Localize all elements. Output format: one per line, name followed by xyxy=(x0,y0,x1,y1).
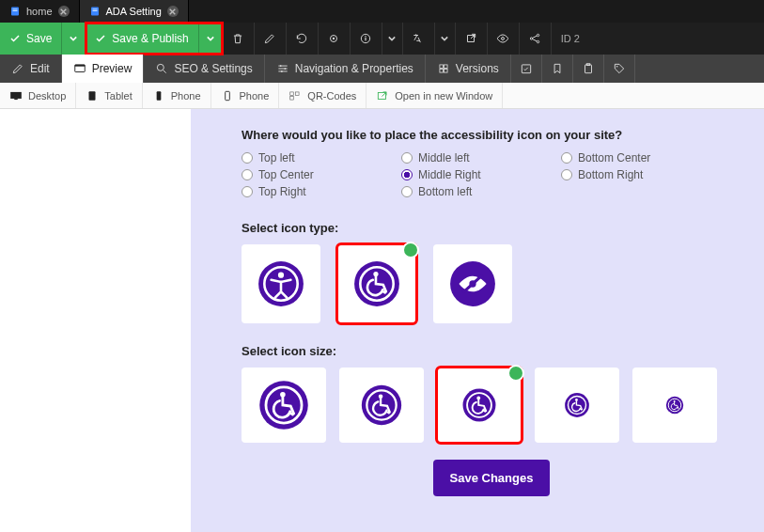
close-icon[interactable] xyxy=(167,6,179,17)
opt-top-left[interactable]: Top left xyxy=(242,151,401,164)
pencil-icon xyxy=(263,32,276,45)
radio-icon xyxy=(242,186,253,197)
save-publish-button[interactable]: Save & Publish xyxy=(86,23,198,55)
size-l[interactable] xyxy=(339,368,424,443)
versions-icon xyxy=(437,62,450,75)
tab-label: ADA Setting xyxy=(106,6,162,17)
sectab-notes[interactable] xyxy=(573,55,604,83)
reload-button[interactable] xyxy=(287,23,319,55)
svg-point-14 xyxy=(538,40,539,42)
translate-dropdown[interactable] xyxy=(435,23,456,55)
dev-label: QR-Codes xyxy=(307,90,356,102)
svg-rect-9 xyxy=(366,38,366,41)
sectab-nav[interactable]: Navigation & Properties xyxy=(265,55,426,83)
opt-middle-right[interactable]: Middle Right xyxy=(401,168,561,181)
opt-top-right[interactable]: Top Right xyxy=(242,185,401,198)
sectab-edit[interactable]: Edit xyxy=(0,55,62,83)
dev-label: Desktop xyxy=(28,90,66,102)
open-external-button[interactable] xyxy=(456,23,488,55)
secondary-tabs: Edit Preview SEO & Settings Navigation &… xyxy=(0,55,764,83)
icon-type-human[interactable] xyxy=(242,244,320,323)
main-toolbar: Save Save & Publish ID 2 xyxy=(0,23,764,55)
wheelchair-icon xyxy=(360,383,403,427)
info-dropdown[interactable] xyxy=(382,23,403,55)
info-button[interactable] xyxy=(351,23,382,55)
ada-settings-panel: Where would you like to place the access… xyxy=(191,109,764,532)
svg-rect-35 xyxy=(296,91,300,95)
icon-type-label: Select icon type: xyxy=(242,221,741,235)
opt-bottom-center[interactable]: Bottom Center xyxy=(561,151,721,164)
delete-button[interactable] xyxy=(223,23,255,55)
phone-icon xyxy=(221,90,234,102)
svg-point-17 xyxy=(158,64,164,70)
size-m[interactable] xyxy=(437,368,522,443)
pencil-icon xyxy=(11,62,24,75)
document-tabs-bar: home ADA Setting xyxy=(0,0,764,23)
dev-open-new[interactable]: Open in new Window xyxy=(366,83,503,108)
share-button[interactable] xyxy=(520,23,552,55)
sectab-label: Edit xyxy=(30,62,50,75)
save-button[interactable]: Save xyxy=(0,23,62,55)
save-dropdown[interactable] xyxy=(62,23,86,55)
translate-button[interactable] xyxy=(403,23,435,55)
dev-label: Tablet xyxy=(104,90,132,102)
dev-label: Phone xyxy=(171,90,201,102)
opt-middle-left[interactable]: Middle left xyxy=(401,151,561,164)
eye-slash-icon xyxy=(448,259,497,308)
visibility-button[interactable] xyxy=(488,23,520,55)
opt-label: Top left xyxy=(258,151,295,164)
size-xs[interactable] xyxy=(632,368,717,443)
tab-ada-setting[interactable]: ADA Setting xyxy=(80,0,189,23)
dev-phone-1[interactable]: Phone xyxy=(143,83,211,108)
target-button[interactable] xyxy=(319,23,351,55)
wheelchair-icon xyxy=(564,392,590,418)
svg-rect-10 xyxy=(366,36,366,37)
tab-label: home xyxy=(26,6,53,17)
dev-phone-2[interactable]: Phone xyxy=(211,83,280,108)
svg-rect-36 xyxy=(290,96,294,100)
opt-label: Middle Right xyxy=(418,168,481,181)
svg-point-18 xyxy=(280,65,282,67)
icon-type-row xyxy=(242,244,741,323)
save-changes-button[interactable]: Save Changes xyxy=(433,460,551,496)
icon-type-wheelchair[interactable] xyxy=(337,244,416,323)
svg-point-7 xyxy=(333,38,335,39)
size-xl[interactable] xyxy=(242,368,326,443)
doc-icon xyxy=(89,6,101,17)
svg-rect-32 xyxy=(156,91,161,100)
rename-button[interactable] xyxy=(255,23,287,55)
radio-icon xyxy=(242,152,253,164)
dev-tablet[interactable]: Tablet xyxy=(76,83,142,108)
save-publish-dropdown[interactable] xyxy=(199,23,223,55)
check-icon xyxy=(95,33,106,44)
icon-size-row xyxy=(242,368,741,443)
icon-type-eye[interactable] xyxy=(433,244,512,323)
sectab-schedule[interactable] xyxy=(511,55,542,83)
tab-home[interactable]: home xyxy=(0,0,80,23)
wheelchair-icon xyxy=(665,396,684,415)
opt-label: Bottom left xyxy=(418,185,472,198)
tablet-icon xyxy=(86,90,99,102)
opt-bottom-left[interactable]: Bottom left xyxy=(401,185,561,198)
sectab-seo[interactable]: SEO & Settings xyxy=(144,55,264,83)
opt-top-center[interactable]: Top Center xyxy=(242,168,401,181)
size-s[interactable] xyxy=(535,368,619,443)
svg-rect-3 xyxy=(91,8,99,16)
sectab-bookmark[interactable] xyxy=(542,55,573,83)
dev-desktop[interactable]: Desktop xyxy=(0,83,76,108)
sectab-preview[interactable]: Preview xyxy=(62,55,145,83)
icon-size-label: Select icon size: xyxy=(242,344,741,358)
sectab-tag[interactable] xyxy=(604,55,635,83)
close-icon[interactable] xyxy=(58,6,70,17)
placement-question: Where would you like to place the access… xyxy=(242,128,741,142)
sectab-label: Navigation & Properties xyxy=(295,62,413,75)
svg-rect-34 xyxy=(290,91,294,95)
svg-rect-22 xyxy=(444,65,447,69)
opt-label: Top Right xyxy=(258,185,306,198)
svg-point-13 xyxy=(538,34,539,36)
dev-qr[interactable]: QR-Codes xyxy=(279,83,366,108)
share-icon xyxy=(528,32,541,45)
opt-bottom-right[interactable]: Bottom Right xyxy=(561,168,721,181)
sectab-versions[interactable]: Versions xyxy=(426,55,511,83)
svg-point-12 xyxy=(531,38,533,39)
